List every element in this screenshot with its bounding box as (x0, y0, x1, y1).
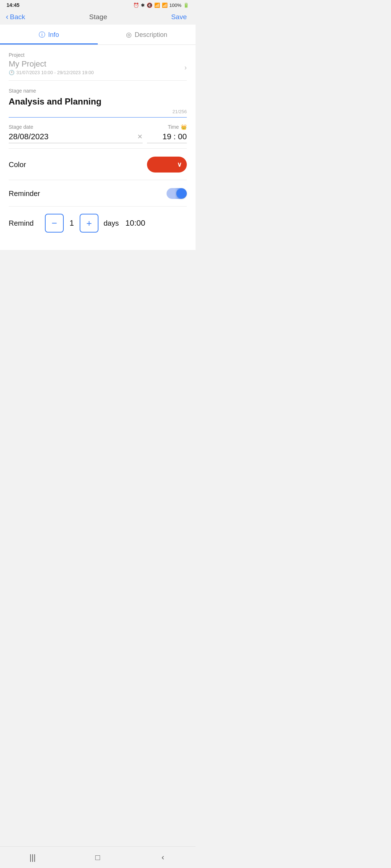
project-date-range: 31/07/2023 10:00 - 29/12/2023 19:00 (16, 70, 94, 75)
project-section: Project My Project 🕐 31/07/2023 10:00 - … (9, 45, 187, 81)
nav-title: Stage (89, 13, 107, 21)
date-time-section: Stage date Time 👑 28/08/2023 ✕ 19 : 00 (9, 118, 187, 149)
decrement-button[interactable]: − (45, 214, 64, 233)
color-picker-chevron-icon: ∨ (177, 161, 182, 169)
stage-name-input[interactable] (9, 95, 187, 108)
project-dates: 🕐 31/07/2023 10:00 - 29/12/2023 19:00 (9, 70, 94, 75)
alarm-icon: ⏰ (133, 3, 139, 8)
color-picker-button[interactable]: ∨ (147, 157, 187, 173)
time-value: 19 : 00 (163, 132, 187, 141)
back-chevron-icon: ‹ (6, 13, 8, 21)
tab-description-label: Description (135, 31, 167, 39)
main-content: Project My Project 🕐 31/07/2023 10:00 - … (0, 45, 196, 250)
signal-icon: 📶 (162, 3, 168, 8)
back-button[interactable]: ‹ Back (6, 13, 25, 21)
description-tab-icon: ◎ (126, 31, 132, 39)
reminder-toggle[interactable] (167, 188, 187, 199)
date-field[interactable]: 28/08/2023 ✕ (9, 132, 143, 143)
date-time-labels: Stage date Time 👑 (9, 124, 187, 130)
date-time-row: 28/08/2023 ✕ 19 : 00 (9, 132, 187, 143)
stage-date-label: Stage date (9, 124, 33, 130)
reminder-label: Reminder (9, 190, 40, 198)
days-label: days (104, 219, 119, 227)
wifi-icon: 📶 (154, 3, 160, 8)
toggle-thumb (176, 188, 186, 199)
color-label: Color (9, 161, 26, 169)
bluetooth-icon: ✱ (141, 3, 145, 8)
project-name: My Project (9, 59, 94, 69)
time-field[interactable]: 19 : 00 (147, 132, 187, 143)
color-section: Color ∨ (9, 149, 187, 180)
battery-icon: 🔋 (183, 3, 189, 8)
tab-description[interactable]: ◎ Description (98, 25, 196, 44)
project-chevron-icon[interactable]: › (184, 63, 187, 72)
back-label: Back (10, 13, 25, 21)
status-icons: ⏰ ✱ 🔇 📶 📶 100% 🔋 (133, 3, 189, 8)
tab-info-label: Info (48, 31, 59, 39)
battery-percent: 100% (169, 3, 181, 8)
info-tab-icon: ⓘ (39, 30, 45, 39)
date-value: 28/08/2023 (9, 132, 134, 141)
remind-time: 10:00 (125, 218, 145, 228)
time-label-row: Time 👑 (168, 124, 187, 130)
mute-icon: 🔇 (147, 3, 152, 8)
status-bar: 14:45 ⏰ ✱ 🔇 📶 📶 100% 🔋 (0, 0, 196, 9)
reminder-section: Reminder (9, 180, 187, 207)
project-label: Project (9, 52, 187, 58)
time-label: Time (168, 124, 179, 130)
clock-icon: 🕐 (9, 70, 14, 75)
nav-bar: ‹ Back Stage Save (0, 9, 196, 25)
stage-name-label: Stage name (9, 88, 187, 94)
crown-icon: 👑 (181, 124, 187, 130)
project-row: My Project 🕐 31/07/2023 10:00 - 29/12/20… (9, 59, 187, 75)
remind-value: 1 (67, 218, 76, 228)
project-info: My Project 🕐 31/07/2023 10:00 - 29/12/20… (9, 59, 94, 75)
stage-name-section: Stage name 21/256 (9, 81, 187, 118)
char-count: 21/256 (9, 109, 187, 114)
tabs-container: ⓘ Info ◎ Description (0, 25, 196, 45)
increment-button[interactable]: + (80, 214, 98, 233)
clear-date-icon[interactable]: ✕ (137, 133, 143, 141)
remind-label: Remind (9, 219, 41, 227)
status-time: 14:45 (7, 2, 20, 8)
tab-info[interactable]: ⓘ Info (0, 25, 98, 44)
save-button[interactable]: Save (171, 13, 187, 21)
remind-section: Remind − 1 + days 10:00 (9, 207, 187, 238)
